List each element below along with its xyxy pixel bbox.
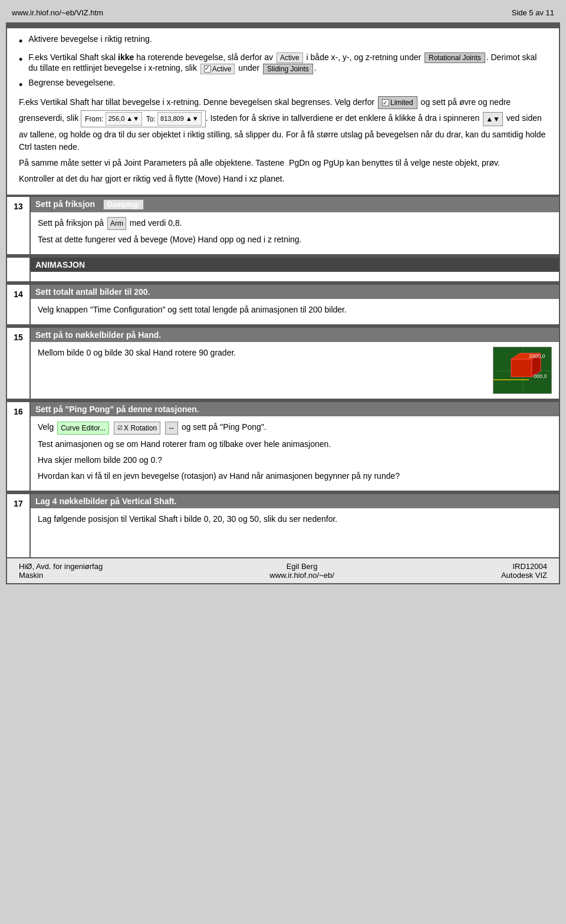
footer-left: HiØ, Avd. for ingeniørfag Maskin	[19, 562, 103, 580]
section-14-content: Sett totalt antall bilder til 200. Velg …	[31, 285, 559, 324]
sliding-joints-button[interactable]: Sliding Joints	[263, 64, 313, 74]
section-16-number: 16	[7, 402, 31, 490]
animasjon-header: ANIMASJON	[31, 258, 559, 272]
limited-button[interactable]: Limited	[378, 96, 417, 109]
section-15-row: 15 Sett på to nøkkelbilder på Hand. Mell…	[7, 328, 559, 400]
section-15-para: Mellom bilde 0 og bilde 30 skal Hand rot…	[38, 347, 487, 359]
section-16-pre: Velg	[38, 422, 54, 432]
section-17-spacer	[38, 529, 552, 553]
page-header: www.ir.hiof.no/~eb/VIZ.htm Side 5 av 11	[6, 6, 560, 19]
animasjon-content: ANIMASJON	[31, 258, 559, 281]
section-16-title: Sett på "Ping Pong" på denne rotasjonen.	[35, 405, 199, 414]
to-label: To:	[146, 114, 157, 124]
footer-center-1: Egil Berg	[269, 562, 334, 571]
footer-center: Egil Berg www.ir.hiof.no/~eb/	[269, 562, 334, 580]
intro-para-1: F.eks Vertikal Shaft har tillat bevegels…	[19, 96, 547, 153]
svg-rect-3	[511, 359, 532, 377]
footer-left-1: HiØ, Avd. for ingeniørfag	[19, 562, 103, 571]
section-15-title: Sett på to nøkkelbilder på Hand.	[35, 330, 161, 340]
section-17-content: Lag 4 nøkkelbilder på Vertical Shaft. La…	[31, 494, 559, 557]
header-page: Side 5 av 11	[512, 8, 554, 17]
section-16-para3: Hva skjer mellom bilde 200 og 0.?	[38, 454, 552, 466]
active-button[interactable]: Active	[277, 52, 303, 63]
section-14-para: Velg knappen "Time Configuration" og set…	[38, 304, 552, 316]
bullet-text-3: Begrense bevegelsene.	[28, 78, 115, 87]
footer-left-2: Maskin	[19, 571, 103, 580]
section-15-content: Sett på to nøkkelbilder på Hand. Mellom …	[31, 328, 559, 399]
section-13-para1-text: Sett på friksjon på	[38, 218, 104, 228]
section-13-number: 13	[7, 197, 31, 255]
main-content: • Aktivere bevegelse i riktig retning. •…	[6, 22, 560, 558]
section-15-body: Mellom bilde 0 og bilde 30 skal Hand rot…	[38, 347, 552, 394]
damping-button[interactable]: Damping:	[103, 199, 144, 210]
bullet-dot-2: •	[19, 52, 22, 67]
footer-right-2: Autodesk VIZ	[501, 571, 547, 580]
bullet-text-1: Aktivere bevegelse i riktig retning.	[28, 34, 152, 44]
section-13-para1-cont: med verdi 0,8.	[130, 218, 182, 228]
header-url: www.ir.hiof.no/~eb/VIZ.htm	[12, 8, 103, 17]
section-14-title: Sett totalt antall bilder til 200.	[35, 287, 150, 297]
section-14-header: Sett totalt antall bilder til 200.	[31, 285, 559, 299]
section-17-header: Lag 4 nøkkelbilder på Vertical Shaft.	[31, 494, 559, 508]
section-16-para2: Test animasjonen og se om Hand roterer f…	[38, 438, 552, 451]
svg-text:2000,0: 2000,0	[529, 353, 545, 359]
rotation-label: X Rotation	[124, 423, 157, 433]
3d-preview-svg: 2000,0 000,0	[493, 347, 552, 394]
bullet-item-2: • F.eks Vertikal Shaft skal ikke ha rote…	[19, 52, 547, 74]
page-footer: HiØ, Avd. for ingeniørfag Maskin Egil Be…	[6, 558, 560, 584]
footer-center-2: www.ir.hiof.no/~eb/	[269, 571, 334, 580]
active-checked-button[interactable]: Active	[200, 64, 235, 74]
bullet-dot-3: •	[19, 78, 22, 93]
intro-para-2: På samme måte setter vi på Joint Paramet…	[19, 157, 547, 169]
section-16-header: Sett på "Ping Pong" på denne rotasjonen.	[31, 402, 559, 416]
section-17-row: 17 Lag 4 nøkkelbilder på Vertical Shaft.…	[7, 494, 559, 557]
section-14-number: 14	[7, 285, 31, 324]
from-value[interactable]: 256,0 ▲▼	[106, 112, 142, 126]
to-value[interactable]: 813,809 ▲▼	[157, 112, 202, 126]
section-13-row: 13 Sett på friksjon Damping: Sett på fri…	[7, 197, 559, 256]
footer-right-1: IRD12004	[501, 562, 547, 571]
rotation-checkbox-icon: ☑	[117, 423, 123, 432]
intro-para-3: Kontroller at det du har gjort er riktig…	[19, 173, 547, 185]
section-15-header: Sett på to nøkkelbilder på Hand.	[31, 328, 559, 342]
bullet-item-3: • Begrense bevegelsene.	[19, 78, 547, 93]
section-16-para1: Velg Curve Editor... ☑ X Rotation ↔ og s…	[38, 421, 552, 434]
section-13-title: Sett på friksjon	[35, 199, 95, 209]
section-13-header: Sett på friksjon Damping:	[31, 197, 559, 212]
from-label: From:	[85, 114, 106, 124]
top-bar	[7, 24, 559, 28]
arm-button[interactable]: Arm	[107, 217, 126, 230]
curve-editor-button[interactable]: Curve Editor...	[57, 422, 109, 435]
rotation-button[interactable]: ☑ X Rotation	[114, 422, 160, 435]
from-to-box: From: 256,0 ▲▼ To: 813,809 ▲▼	[81, 110, 206, 127]
section-16-post: og sett på "Ping Pong".	[182, 422, 266, 432]
rotational-joints-button[interactable]: Rotational Joints	[424, 52, 485, 63]
footer-right: IRD12004 Autodesk VIZ	[501, 562, 547, 580]
svg-text:000,0: 000,0	[534, 373, 547, 379]
animasjon-number	[7, 258, 31, 281]
curve-editor-label: Curve Editor...	[61, 423, 106, 433]
section-15-number: 15	[7, 328, 31, 399]
section-17-title: Lag 4 nøkkelbilder på Vertical Shaft.	[35, 496, 177, 506]
section-17-para: Lag følgende posisjon til Vertikal Shaft…	[38, 513, 552, 525]
section-14-row: 14 Sett totalt antall bilder til 200. Ve…	[7, 285, 559, 325]
section-17-number: 17	[7, 494, 31, 557]
section-13-para1: Sett på friksjon på Arm med verdi 0,8.	[38, 217, 552, 230]
section-13-para2: Test at dette fungerer ved å bevege (Mov…	[38, 234, 552, 246]
section-16-content: Sett på "Ping Pong" på denne rotasjonen.…	[31, 402, 559, 490]
ping-pong-icon[interactable]: ↔	[165, 422, 178, 435]
spinner[interactable]: ▲▼	[483, 112, 503, 126]
active-checkbox	[204, 65, 211, 73]
limited-checkbox	[382, 99, 389, 106]
bullet-item-1: • Aktivere bevegelse i riktig retning.	[19, 34, 547, 49]
intro-section: • Aktivere bevegelse i riktig retning. •…	[7, 28, 559, 195]
bullet-dot: •	[19, 34, 22, 49]
3d-preview: 2000,0 000,0	[493, 347, 552, 394]
section-16-row: 16 Sett på "Ping Pong" på denne rotasjon…	[7, 402, 559, 491]
section-13-content: Sett på friksjon Damping: Sett på friksj…	[31, 197, 559, 255]
section-16-para4: Hvordan kan vi få til en jevn bevegelse …	[38, 470, 552, 482]
animasjon-row: ANIMASJON	[7, 258, 559, 282]
bullet-text-2: F.eks Vertikal Shaft skal ikke ha rotere…	[28, 52, 547, 74]
